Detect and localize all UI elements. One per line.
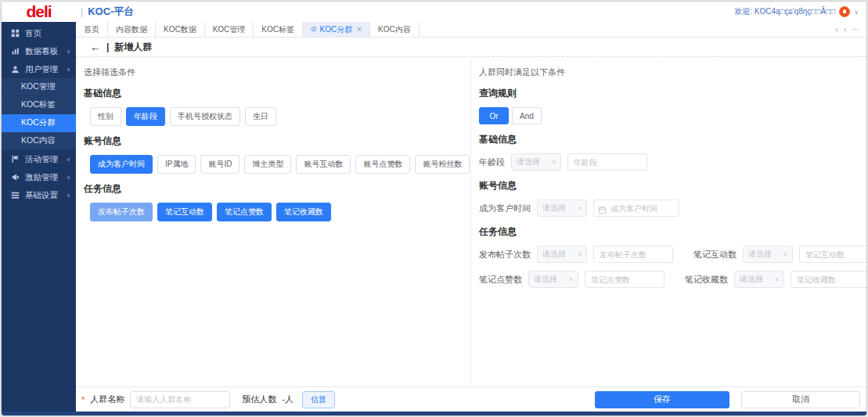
app-title-wrap: | KOC-平台: [81, 5, 134, 19]
sidebar-item-base-settings[interactable]: 基础设置 ∨: [2, 186, 76, 204]
bar-chart-icon: [11, 47, 20, 56]
tab-koc-data[interactable]: KOC数据: [156, 22, 205, 37]
rule-and-button[interactable]: And: [512, 107, 542, 124]
section-label-task: 任务信息: [479, 225, 859, 239]
field-row: 发布帖子次数 请选择 ∨ 笔记互动数 请选择: [479, 246, 859, 263]
cancel-button[interactable]: 取消: [741, 391, 860, 408]
estimate-label: 预估人数: [242, 394, 276, 405]
brand-logo: deli: [2, 2, 76, 22]
sidebar-item-label: 基础设置: [25, 190, 61, 201]
user-icon: [11, 65, 20, 74]
sidebar-item-koc-management[interactable]: KOC管理: [2, 78, 76, 96]
filter-option-button[interactable]: 年龄段: [126, 107, 165, 126]
filter-option-button[interactable]: 手机号授权状态: [170, 107, 240, 126]
megaphone-icon: [11, 173, 20, 182]
note-favorites-input[interactable]: [791, 271, 866, 288]
chevron-down-icon: ∨: [552, 159, 556, 165]
filter-option-button[interactable]: 发布帖子次数: [90, 203, 153, 221]
sidebar: 首页 数据看板 ∨ 用户管理 ∧ KOC管理: [2, 22, 76, 412]
field-label: 笔记互动数: [693, 249, 737, 261]
body: 首页 数据看板 ∨ 用户管理 ∧ KOC管理: [2, 22, 866, 412]
note-interaction-input[interactable]: [799, 246, 866, 263]
field-label: 笔记收藏数: [685, 274, 728, 286]
sidebar-item-koc-content[interactable]: KOC内容: [2, 132, 76, 150]
welcome-text: 欢迎: KOC4ą□çɕ'q8ŋç□□Â□□: [734, 6, 835, 17]
tabs-prev-icon[interactable]: ‹: [835, 25, 837, 34]
select-placeholder: 请选择: [740, 274, 763, 285]
bottom-strip: [2, 412, 866, 415]
operator-select[interactable]: 请选择 ∨: [537, 200, 587, 217]
filter-option-button[interactable]: 账号点赞数: [355, 155, 410, 174]
avatar[interactable]: [839, 6, 850, 17]
segment-name-label: 人群名称: [90, 394, 124, 405]
sidebar-item-activity-management[interactable]: 活动管理 ∨: [2, 150, 76, 168]
chevron-down-icon: ∨: [775, 276, 779, 282]
select-placeholder: 请选择: [542, 203, 566, 214]
sidebar-item-koc-segments[interactable]: KOC分群: [2, 114, 76, 132]
select-placeholder: 请选择: [517, 156, 540, 167]
chevron-down-icon: ∨: [783, 251, 787, 257]
required-mark: *: [81, 395, 85, 404]
right-panel-title: 人群同时满足以下条件: [479, 67, 859, 78]
field-label: 发布帖子次数: [479, 249, 531, 261]
filter-option-button[interactable]: 账号ID: [200, 155, 240, 174]
flag-icon: [11, 155, 20, 164]
operator-select[interactable]: 请选择 ∨: [537, 246, 587, 263]
tab-koc-management[interactable]: KOC管理: [205, 22, 254, 37]
operator-select[interactable]: 请选择 ∨: [511, 153, 561, 171]
chevron-down-icon: ∨: [67, 192, 70, 199]
tab-content-data[interactable]: 内容数据: [108, 22, 156, 37]
filter-option-button[interactable]: 笔记点赞数: [217, 203, 272, 221]
sidebar-subitem-label: KOC内容: [21, 135, 56, 146]
filter-option-button[interactable]: 性别: [90, 107, 121, 126]
sidebar-item-koc-tags[interactable]: KOC标签: [2, 96, 76, 114]
save-button[interactable]: 保存: [595, 391, 729, 408]
close-icon[interactable]: ×: [357, 25, 362, 34]
active-tab-dot-icon: ⊙: [311, 26, 317, 33]
operator-select[interactable]: 请选择 ∨: [743, 246, 793, 263]
post-count-input[interactable]: [593, 246, 673, 263]
tab-label: KOC内容: [378, 24, 411, 35]
filter-option-button[interactable]: 生日: [245, 107, 276, 126]
sidebar-item-incentive-management[interactable]: 激励管理 ∨: [2, 168, 76, 186]
filter-option-button[interactable]: 笔记收藏数: [276, 203, 331, 221]
tabs-more-icon[interactable]: ⋯: [852, 25, 859, 34]
page-title: KOC-平台: [88, 5, 134, 19]
option-row-task: 发布帖子次数 笔记互动数 笔记点赞数 笔记收藏数: [90, 203, 466, 221]
customer-time-date-input[interactable]: [593, 200, 679, 217]
tab-koc-tags[interactable]: KOC标签: [254, 22, 303, 37]
rule-or-button[interactable]: Or: [479, 107, 509, 124]
sidebar-item-user-management[interactable]: 用户管理 ∧: [2, 60, 76, 78]
tabs-next-icon[interactable]: ›: [844, 25, 846, 34]
back-arrow-icon[interactable]: ←: [90, 41, 101, 53]
condition-field-note-interaction: 笔记互动数 请选择 ∨: [693, 246, 866, 263]
filter-option-button[interactable]: 账号互动数: [296, 155, 351, 174]
tab-koc-content[interactable]: KOC内容: [370, 22, 420, 37]
filter-option-button[interactable]: 博主类型: [244, 155, 291, 174]
note-likes-input[interactable]: [585, 271, 665, 288]
chevron-down-icon: ∨: [569, 276, 573, 282]
operator-select[interactable]: 请选择 ∨: [528, 271, 578, 288]
rule-row: Or And: [479, 107, 859, 124]
sidebar-item-dashboard[interactable]: 数据看板 ∨: [2, 42, 76, 60]
estimate-button[interactable]: 估算: [302, 391, 335, 408]
sidebar-item-home[interactable]: 首页: [2, 24, 76, 42]
sidebar-subitem-label: KOC管理: [21, 81, 56, 92]
age-range-input[interactable]: [567, 153, 647, 171]
settings-icon: [11, 191, 20, 200]
segment-name-input[interactable]: [130, 391, 230, 408]
filter-option-button[interactable]: 账号粉丝数: [415, 155, 470, 174]
field-label: 笔记点赞数: [479, 274, 522, 286]
filter-option-button[interactable]: 成为客户时间: [90, 155, 153, 174]
tab-koc-segments[interactable]: ⊙ KOC分群 ×: [303, 22, 370, 37]
sidebar-item-label: 激励管理: [25, 172, 61, 183]
left-panel-title: 选择筛选条件: [84, 67, 466, 78]
operator-select[interactable]: 请选择 ∨: [734, 271, 784, 288]
filter-option-button[interactable]: 笔记互动数: [157, 203, 212, 221]
section-label-basic: 基础信息: [479, 133, 859, 146]
filter-option-button[interactable]: IP属地: [157, 155, 196, 174]
group-label-basic: 基础信息: [84, 87, 466, 100]
user-menu-chevron-down-icon[interactable]: ∨: [854, 9, 859, 16]
tab-home[interactable]: 首页: [76, 22, 108, 37]
topbar: | KOC-平台 欢迎: KOC4ą□çɕ'q8ŋç□□Â□□ ∨: [76, 2, 866, 22]
